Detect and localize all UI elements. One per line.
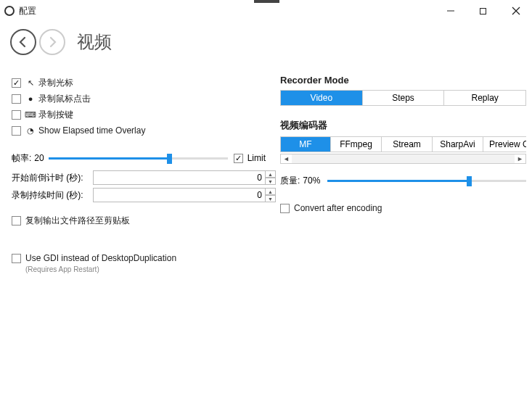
right-panel: Recorder Mode Video Steps Replay 视频编码器 M… — [280, 75, 526, 273]
left-panel: ↖ 录制光标 ● 录制鼠标点击 ⌨ 录制按键 ◔ Show Elapsed ti… — [12, 75, 266, 273]
check-record-cursor[interactable]: ↖ 录制光标 — [12, 75, 266, 91]
check-convert-after[interactable]: Convert after encoding — [280, 200, 526, 216]
checkbox[interactable] — [12, 216, 21, 226]
scroll-left-icon[interactable]: ◄ — [281, 154, 292, 163]
close-button[interactable] — [499, 0, 532, 22]
check-record-clicks[interactable]: ● 录制鼠标点击 — [12, 91, 266, 107]
framerate-row: 帧率: 20 Limit — [12, 152, 266, 165]
window-controls — [434, 0, 532, 22]
tab-video[interactable]: Video — [281, 91, 363, 105]
tab-encoder-preview[interactable]: Preview Or — [483, 136, 526, 152]
page-title: 视频 — [77, 30, 112, 54]
nav-back-button[interactable] — [10, 29, 36, 55]
quality-row: 质量: 70% — [280, 174, 526, 187]
encoder-tabs: MF FFmpeg Stream SharpAvi Preview Or — [280, 136, 526, 152]
app-icon — [4, 6, 15, 16]
main-content: ↖ 录制光标 ● 录制鼠标点击 ⌨ 录制按键 ◔ Show Elapsed ti… — [0, 62, 532, 273]
title-bar: 配置 — [0, 0, 532, 22]
check-label: Use GDI instead of DesktopDuplication — [25, 253, 176, 263]
countdown-input[interactable]: 0 ▲▼ — [93, 170, 266, 185]
limit-checkbox[interactable] — [234, 154, 243, 163]
check-label: Show Elapsed time Overlay — [38, 125, 145, 136]
checkbox[interactable] — [280, 204, 290, 213]
recorder-mode-tabs: Video Steps Replay — [280, 90, 526, 106]
check-copy-output[interactable]: 复制输出文件路径至剪贴板 — [12, 212, 266, 228]
cursor-icon: ↖ — [25, 78, 36, 88]
keyboard-icon: ⌨ — [25, 110, 36, 120]
page-header: 视频 — [0, 22, 532, 62]
check-label: Convert after encoding — [294, 203, 382, 213]
recorder-mode-heading: Recorder Mode — [280, 75, 526, 86]
limit-label: Limit — [247, 153, 266, 163]
quality-label: 质量: — [280, 175, 300, 187]
tab-encoder-ffmpeg[interactable]: FFmpeg — [331, 136, 382, 152]
tab-replay[interactable]: Replay — [444, 91, 525, 105]
maximize-button[interactable] — [467, 0, 499, 22]
checkbox[interactable] — [12, 94, 21, 104]
duration-row: 录制持续时间 (秒): 0 ▲▼ — [12, 188, 266, 202]
duration-label: 录制持续时间 (秒): — [12, 189, 93, 202]
countdown-value: 0 — [257, 173, 262, 183]
click-icon: ● — [25, 94, 36, 103]
check-elapsed-overlay[interactable]: ◔ Show Elapsed time Overlay — [12, 123, 266, 138]
duration-input[interactable]: 0 ▲▼ — [93, 188, 266, 202]
duration-spinner[interactable]: ▲▼ — [265, 188, 276, 204]
encoder-heading: 视频编码器 — [280, 119, 526, 132]
check-label: 录制鼠标点击 — [38, 93, 91, 105]
countdown-row: 开始前倒计时 (秒): 0 ▲▼ — [12, 170, 266, 185]
check-record-keys[interactable]: ⌨ 录制按键 — [12, 107, 266, 123]
scroll-right-icon[interactable]: ► — [515, 154, 525, 163]
quality-value: 70% — [303, 175, 320, 186]
gdi-note: (Requires App Restart) — [25, 265, 266, 273]
encoder-scrollbar[interactable]: ◄ ► — [280, 154, 526, 164]
check-label: 复制输出文件路径至剪贴板 — [25, 215, 130, 227]
tab-steps[interactable]: Steps — [363, 91, 445, 105]
quality-slider[interactable] — [327, 174, 526, 187]
nav-forward-button[interactable] — [39, 29, 65, 55]
framerate-label: 帧率: — [12, 152, 31, 165]
framerate-value: 20 — [34, 153, 44, 163]
minimize-button[interactable] — [434, 0, 467, 22]
check-label: 录制光标 — [38, 77, 73, 89]
title-accent — [254, 0, 279, 3]
clock-icon: ◔ — [25, 126, 36, 136]
tab-encoder-stream[interactable]: Stream — [382, 136, 433, 152]
checkbox[interactable] — [12, 126, 21, 136]
countdown-spinner[interactable]: ▲▼ — [265, 170, 276, 186]
checkbox[interactable] — [12, 254, 21, 263]
framerate-slider[interactable] — [49, 152, 228, 165]
countdown-label: 开始前倒计时 (秒): — [12, 172, 93, 184]
checkbox[interactable] — [12, 110, 21, 120]
duration-value: 0 — [257, 190, 262, 200]
tab-encoder-sharpavi[interactable]: SharpAvi — [433, 136, 483, 152]
window-title: 配置 — [19, 5, 36, 17]
scroll-track[interactable] — [292, 154, 515, 163]
check-use-gdi[interactable]: Use GDI instead of DesktopDuplication — [12, 250, 266, 266]
tab-encoder-mf[interactable]: MF — [280, 136, 331, 152]
checkbox[interactable] — [12, 78, 21, 88]
check-label: 录制按键 — [38, 109, 73, 121]
